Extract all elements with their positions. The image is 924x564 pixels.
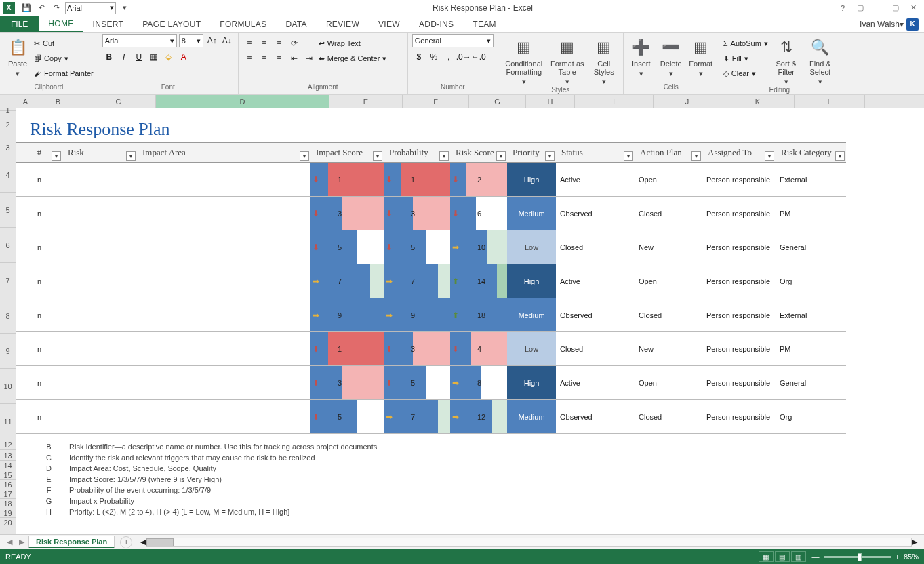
filter-dropdown-icon[interactable]: ▾: [545, 151, 555, 161]
column-header-F[interactable]: F: [403, 95, 469, 108]
insert-cells-button[interactable]: ➕Insert▾: [628, 34, 655, 78]
align-bottom-icon[interactable]: ≡: [273, 37, 286, 50]
decrease-font-icon[interactable]: A↓: [220, 34, 234, 47]
borders-button[interactable]: ▦: [147, 50, 161, 64]
copy-button[interactable]: 🗐 Copy ▾: [34, 52, 94, 65]
font-size-input[interactable]: 8▾: [179, 34, 203, 47]
fill-color-button[interactable]: ⬙: [162, 50, 176, 64]
row-header-11[interactable]: 11: [0, 404, 16, 439]
sort-filter-button[interactable]: ⇅Sort & Filter▾: [771, 34, 802, 86]
sheet-nav-prev-icon[interactable]: ◀: [4, 538, 15, 546]
zoom-value[interactable]: 85%: [904, 552, 919, 561]
horizontal-scrollbar[interactable]: ◀▶: [140, 538, 917, 547]
align-left-icon[interactable]: ≡: [243, 52, 256, 65]
increase-decimal-icon[interactable]: .0→: [457, 50, 470, 64]
cut-button[interactable]: ✂ Cut: [34, 37, 94, 50]
select-all-corner[interactable]: [0, 95, 16, 108]
filter-dropdown-icon[interactable]: ▾: [126, 151, 136, 161]
row-header-17[interactable]: 17: [0, 489, 16, 499]
column-header-C[interactable]: C: [81, 95, 156, 108]
row-header-16[interactable]: 16: [0, 480, 16, 489]
increase-font-icon[interactable]: A↑: [205, 34, 219, 47]
ribbon-options-icon[interactable]: ▢: [852, 2, 868, 14]
table-row[interactable]: n⬇1⬇3⬇4LowClosedNewPerson responsiblePM: [16, 332, 846, 366]
row-header-18[interactable]: 18: [0, 499, 16, 508]
zoom-out-button[interactable]: —: [812, 552, 820, 561]
clear-button[interactable]: ◇ Clear ▾: [723, 66, 768, 80]
decrease-indent-icon[interactable]: ⇤: [287, 52, 301, 65]
row-header-4[interactable]: 4: [0, 157, 16, 193]
save-icon[interactable]: 💾: [20, 2, 33, 14]
wrap-text-button[interactable]: ↩ Wrap Text: [319, 37, 387, 50]
qat-customize-icon[interactable]: ▾: [119, 2, 131, 14]
row-header-6[interactable]: 6: [0, 228, 16, 263]
number-format-select[interactable]: General▾: [412, 34, 494, 47]
column-header-K[interactable]: K: [721, 95, 795, 108]
column-header-D[interactable]: D: [156, 95, 329, 108]
column-header-L[interactable]: L: [795, 95, 865, 108]
tab-insert[interactable]: INSERT: [83, 16, 134, 32]
paste-button[interactable]: 📋Paste▾: [4, 34, 31, 78]
row-header-12[interactable]: 12: [0, 439, 16, 450]
tab-data[interactable]: DATA: [276, 16, 316, 32]
row-header-20[interactable]: 20: [0, 518, 16, 527]
undo-icon[interactable]: ↶: [35, 2, 47, 14]
cell-styles-button[interactable]: ▦Cell Styles▾: [589, 34, 619, 86]
row-header-8[interactable]: 8: [0, 298, 16, 334]
column-header-E[interactable]: E: [329, 95, 403, 108]
row-header-19[interactable]: 19: [0, 508, 16, 518]
column-header-G[interactable]: G: [469, 95, 526, 108]
align-right-icon[interactable]: ≡: [273, 52, 286, 65]
table-row[interactable]: n➡9➡9⬆18MediumObservedClosedPerson respo…: [16, 298, 846, 332]
close-icon[interactable]: ✕: [905, 2, 921, 14]
underline-button[interactable]: U: [132, 50, 146, 64]
tab-review[interactable]: REVIEW: [317, 16, 369, 32]
column-header-J[interactable]: J: [654, 95, 721, 108]
tab-page-layout[interactable]: PAGE LAYOUT: [133, 16, 210, 32]
row-header-9[interactable]: 9: [0, 334, 16, 369]
row-header-2[interactable]: 2: [0, 111, 16, 138]
filter-dropdown-icon[interactable]: ▾: [765, 151, 774, 161]
filter-dropdown-icon[interactable]: ▾: [300, 151, 309, 161]
font-color-button[interactable]: A: [177, 50, 190, 64]
percent-icon[interactable]: %: [427, 50, 441, 64]
filter-dropdown-icon[interactable]: ▾: [496, 151, 506, 161]
maximize-icon[interactable]: ▢: [887, 2, 904, 14]
autosum-button[interactable]: Σ AutoSum ▾: [723, 37, 768, 50]
align-top-icon[interactable]: ≡: [243, 37, 256, 50]
filter-dropdown-icon[interactable]: ▾: [52, 151, 61, 161]
currency-icon[interactable]: $: [412, 50, 426, 64]
format-painter-button[interactable]: 🖌 Format Painter: [34, 66, 94, 80]
format-cells-button[interactable]: ▦Format▾: [687, 34, 715, 78]
view-page-layout-icon[interactable]: ▤: [775, 551, 790, 562]
view-normal-icon[interactable]: ▦: [759, 551, 774, 562]
tab-file[interactable]: FILE: [0, 16, 39, 32]
filter-dropdown-icon[interactable]: ▾: [624, 151, 633, 161]
tab-addins[interactable]: ADD-INS: [409, 16, 463, 32]
tab-view[interactable]: VIEW: [369, 16, 409, 32]
view-page-break-icon[interactable]: ▥: [791, 551, 806, 562]
format-as-table-button[interactable]: ▦Format as Table▾: [548, 34, 586, 86]
help-icon[interactable]: ?: [835, 2, 851, 14]
zoom-slider[interactable]: [824, 556, 891, 558]
align-middle-icon[interactable]: ≡: [258, 37, 271, 50]
row-header-10[interactable]: 10: [0, 369, 16, 404]
delete-cells-button[interactable]: ➖Delete▾: [658, 34, 685, 78]
table-row[interactable]: n⬇3⬇3⬇6MediumObservedClosedPerson respon…: [16, 197, 846, 230]
zoom-in-button[interactable]: +: [896, 552, 900, 561]
italic-button[interactable]: I: [117, 50, 131, 64]
conditional-formatting-button[interactable]: ▦Conditional Formatting▾: [502, 34, 546, 86]
filter-dropdown-icon[interactable]: ▾: [439, 151, 449, 161]
tab-team[interactable]: TEAM: [463, 16, 506, 32]
filter-dropdown-icon[interactable]: ▾: [691, 151, 701, 161]
row-header-7[interactable]: 7: [0, 263, 16, 298]
filter-dropdown-icon[interactable]: ▾: [373, 151, 382, 161]
orientation-icon[interactable]: ⟳: [287, 37, 301, 50]
find-select-button[interactable]: 🔍Find & Select▾: [805, 34, 836, 86]
row-header-14[interactable]: 14: [0, 461, 16, 470]
filter-dropdown-icon[interactable]: ▾: [835, 151, 845, 161]
column-header-A[interactable]: A: [16, 95, 35, 108]
table-row[interactable]: n⬇1⬇1⬇2HighActiveOpenPerson responsibleE…: [16, 163, 846, 197]
qat-font-picker[interactable]: Arial▾: [65, 2, 116, 14]
table-row[interactable]: n⬇5➡7➡12MediumObservedClosedPerson respo…: [16, 400, 846, 434]
